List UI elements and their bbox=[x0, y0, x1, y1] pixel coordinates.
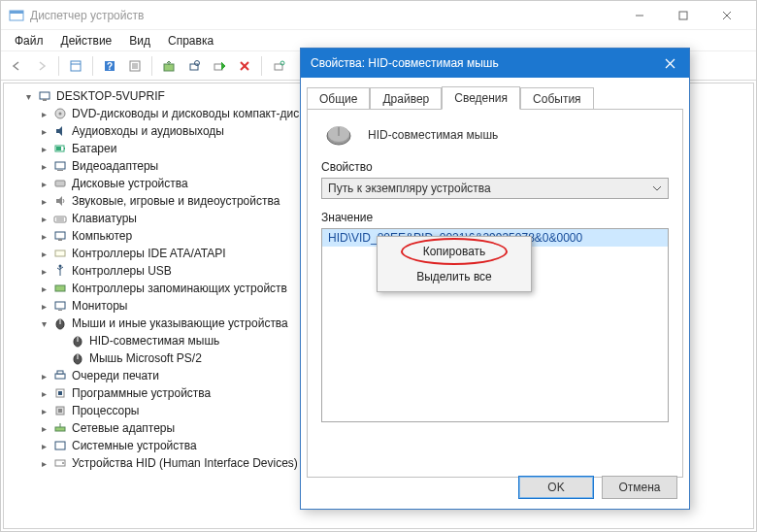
processor-icon bbox=[52, 403, 68, 418]
svg-rect-22 bbox=[40, 92, 49, 99]
expand-icon[interactable] bbox=[37, 283, 50, 294]
expand-icon[interactable] bbox=[37, 266, 50, 277]
back-button[interactable] bbox=[5, 54, 28, 78]
uninstall-button[interactable] bbox=[233, 54, 256, 78]
svg-rect-17 bbox=[214, 64, 222, 70]
help-button[interactable]: ? bbox=[98, 54, 121, 78]
ok-button[interactable]: OK bbox=[518, 476, 594, 499]
context-copy[interactable]: Копировать bbox=[379, 239, 529, 264]
svg-point-25 bbox=[59, 113, 62, 116]
tab-details[interactable]: Сведения bbox=[442, 86, 520, 110]
svg-rect-3 bbox=[679, 12, 687, 19]
svg-rect-40 bbox=[55, 302, 65, 309]
usb-icon bbox=[52, 263, 68, 279]
svg-rect-37 bbox=[55, 250, 65, 256]
svg-point-38 bbox=[59, 265, 62, 268]
expand-icon[interactable] bbox=[37, 318, 50, 329]
print-queue-icon bbox=[52, 368, 68, 383]
minimize-button[interactable] bbox=[617, 1, 661, 29]
context-select-all[interactable]: Выделить все bbox=[379, 264, 529, 289]
mouse-icon bbox=[70, 333, 85, 349]
battery-icon bbox=[52, 141, 68, 156]
forward-button[interactable] bbox=[30, 54, 53, 78]
svg-rect-15 bbox=[190, 64, 198, 70]
expand-icon[interactable] bbox=[37, 144, 50, 154]
computer-icon bbox=[37, 88, 52, 104]
expand-icon[interactable] bbox=[37, 179, 50, 189]
update-driver-button[interactable] bbox=[157, 54, 181, 78]
svg-rect-35 bbox=[55, 232, 65, 239]
dialog-close-button[interactable] bbox=[650, 50, 689, 78]
menu-view[interactable]: Вид bbox=[121, 32, 158, 50]
dialog-titlebar[interactable]: Свойства: HID-совместимая мышь bbox=[301, 49, 689, 78]
context-menu: Копировать Выделить все bbox=[377, 236, 532, 292]
window-title: Диспетчер устройств bbox=[30, 9, 144, 22]
svg-rect-36 bbox=[58, 239, 62, 241]
expand-icon[interactable] bbox=[37, 161, 50, 172]
svg-rect-1 bbox=[10, 11, 23, 14]
property-label: Свойство bbox=[321, 160, 669, 174]
tab-driver[interactable]: Драйвер bbox=[370, 87, 442, 110]
svg-rect-31 bbox=[55, 181, 65, 186]
scan-hardware-button[interactable] bbox=[182, 54, 206, 78]
expand-icon[interactable] bbox=[37, 126, 50, 137]
expand-icon[interactable] bbox=[37, 196, 50, 207]
svg-rect-27 bbox=[64, 148, 65, 150]
tab-events[interactable]: События bbox=[520, 87, 594, 110]
ide-controller-icon bbox=[52, 246, 68, 261]
tab-general[interactable]: Общие bbox=[307, 87, 370, 110]
svg-rect-28 bbox=[56, 147, 61, 150]
cancel-button[interactable]: Отмена bbox=[602, 476, 677, 499]
svg-rect-41 bbox=[58, 310, 62, 311]
properties-button[interactable] bbox=[123, 54, 147, 78]
device-name: HID-совместимая мышь bbox=[368, 128, 498, 142]
svg-text:?: ? bbox=[107, 61, 113, 72]
menu-action[interactable]: Действие bbox=[53, 32, 120, 50]
software-device-icon bbox=[52, 385, 68, 401]
refresh-button[interactable] bbox=[267, 54, 290, 78]
property-combo[interactable]: Путь к экземпляру устройства bbox=[321, 178, 669, 199]
svg-rect-48 bbox=[55, 374, 65, 379]
enable-device-button[interactable] bbox=[208, 54, 231, 78]
expand-icon[interactable] bbox=[37, 423, 50, 434]
value-label: Значение bbox=[321, 211, 669, 224]
svg-point-58 bbox=[62, 462, 64, 464]
svg-rect-51 bbox=[58, 391, 62, 395]
expand-icon[interactable] bbox=[37, 371, 50, 382]
svg-rect-56 bbox=[55, 442, 65, 449]
computer-icon bbox=[52, 228, 68, 244]
svg-rect-23 bbox=[43, 99, 47, 101]
audio-icon bbox=[52, 123, 68, 139]
expand-icon[interactable] bbox=[37, 231, 50, 242]
menu-file[interactable]: Файл bbox=[7, 32, 51, 50]
expand-icon[interactable] bbox=[21, 91, 35, 102]
display-adapter-icon bbox=[52, 158, 68, 174]
optical-drive-icon bbox=[52, 106, 68, 121]
mouse-icon bbox=[70, 350, 85, 366]
svg-rect-49 bbox=[57, 371, 63, 374]
property-combo-value: Путь к экземпляру устройства bbox=[328, 182, 491, 195]
svg-rect-53 bbox=[58, 409, 62, 413]
network-icon bbox=[52, 420, 68, 436]
expand-icon[interactable] bbox=[37, 214, 50, 224]
expand-icon[interactable] bbox=[37, 406, 50, 416]
maximize-button[interactable] bbox=[661, 1, 705, 29]
chevron-down-icon bbox=[652, 185, 662, 191]
tree-root-label: DESKTOP-5VUPRIF bbox=[56, 89, 165, 103]
sound-icon bbox=[52, 193, 68, 209]
show-hide-tree-button[interactable] bbox=[64, 54, 87, 78]
svg-rect-32 bbox=[54, 216, 66, 222]
menu-help[interactable]: Справка bbox=[160, 32, 221, 50]
expand-icon[interactable] bbox=[37, 441, 50, 451]
svg-rect-6 bbox=[71, 61, 81, 71]
expand-icon[interactable] bbox=[37, 388, 50, 399]
mouse-icon bbox=[52, 316, 68, 331]
expand-icon[interactable] bbox=[37, 301, 50, 312]
expand-icon[interactable] bbox=[37, 109, 50, 119]
svg-rect-54 bbox=[55, 427, 65, 431]
titlebar: Диспетчер устройств bbox=[1, 1, 756, 30]
tab-panel-details: HID-совместимая мышь Свойство Путь к экз… bbox=[307, 109, 683, 478]
expand-icon[interactable] bbox=[37, 458, 50, 469]
close-button[interactable] bbox=[705, 1, 748, 29]
expand-icon[interactable] bbox=[37, 249, 50, 259]
